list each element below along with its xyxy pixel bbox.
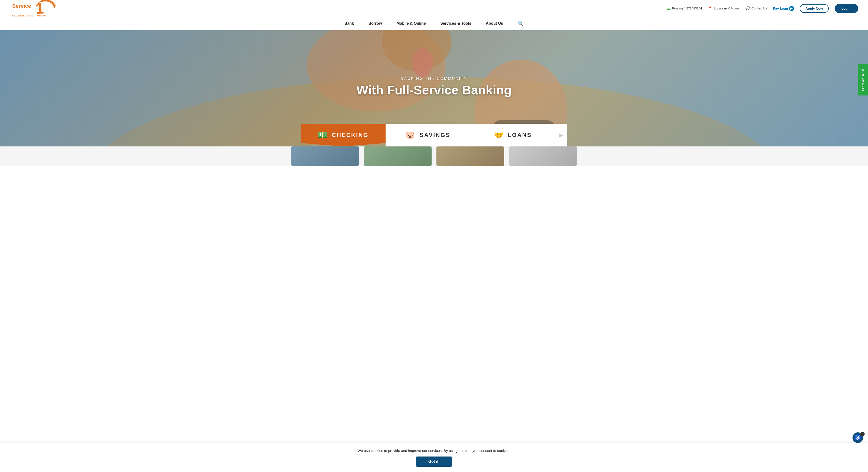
bottom-section — [0, 146, 868, 166]
product-tabs: 💵 CHECKING 🐷 SAVINGS 🤝 LOANS ▶ — [301, 124, 567, 146]
svg-text:Service: Service — [12, 3, 31, 9]
nav-borrow[interactable]: Borrow — [368, 20, 382, 27]
bottom-card-3 — [436, 146, 504, 166]
hero-subtitle: BACKING THE COMMUNITY — [356, 76, 512, 81]
routing-icon: ▬ — [667, 6, 671, 10]
tab-checking[interactable]: 💵 CHECKING — [301, 124, 385, 146]
hero-title: With Full-Service Banking — [356, 83, 512, 97]
top-right-links: ▬ Routing # 272483264 📍 Locations & Hour… — [667, 4, 858, 13]
logo[interactable]: Service 1 FEDERAL CREDIT UNION — [10, 0, 58, 20]
main-nav: Bank Borrow Mobile & Online Services & T… — [0, 17, 868, 30]
apply-now-button[interactable]: Apply Now — [800, 4, 829, 13]
loans-icon: 🤝 — [494, 131, 504, 140]
tabs-next-arrow[interactable]: ▶ — [555, 124, 567, 146]
logo-svg: Service 1 FEDERAL CREDIT UNION — [10, 0, 58, 20]
hero-content: BACKING THE COMMUNITY With Full-Service … — [356, 76, 512, 97]
tab-savings[interactable]: 🐷 SAVINGS — [385, 124, 470, 146]
pay-loan-link[interactable]: Pay Loan ▶ — [773, 6, 794, 11]
contact-link[interactable]: 💬 Contact Us — [745, 6, 767, 11]
svg-text:FEDERAL CREDIT UNION: FEDERAL CREDIT UNION — [12, 14, 46, 17]
search-icon[interactable]: 🔍 — [518, 21, 524, 26]
routing-number: ▬ Routing # 272483264 — [667, 6, 702, 10]
nav-services-tools[interactable]: Services & Tools — [440, 20, 471, 27]
login-button[interactable]: Log In — [835, 4, 858, 13]
top-bar: Service 1 FEDERAL CREDIT UNION ▬ Routing… — [0, 0, 868, 17]
bottom-card-4 — [509, 146, 577, 166]
locations-link[interactable]: 📍 Locations & Hours — [708, 6, 740, 11]
nav-bank[interactable]: Bank — [344, 20, 354, 27]
location-icon: 📍 — [708, 6, 713, 11]
find-atm-sidebar[interactable]: Find an ATM — [858, 64, 868, 95]
contact-icon: 💬 — [745, 6, 750, 11]
checking-icon: 💵 — [318, 131, 328, 140]
nav-about-us[interactable]: About Us — [486, 20, 503, 27]
savings-icon: 🐷 — [405, 131, 415, 140]
tab-loans[interactable]: 🤝 LOANS — [470, 124, 555, 146]
bottom-card-1 — [291, 146, 359, 166]
bottom-card-2 — [364, 146, 432, 166]
pay-loan-arrow-icon: ▶ — [789, 6, 794, 11]
hero-section: BACKING THE COMMUNITY With Full-Service … — [0, 30, 868, 146]
nav-mobile-online[interactable]: Mobile & Online — [397, 20, 426, 27]
